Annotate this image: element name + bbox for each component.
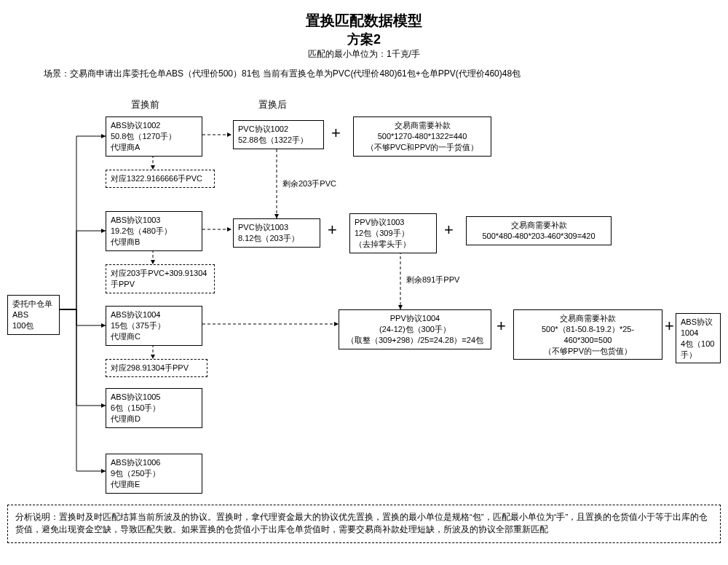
unit-line: 匹配的最小单位为：1千克/手 bbox=[7, 48, 721, 60]
r2b-l1: ABS协议1003 bbox=[111, 216, 160, 224]
row1-pay: 交易商需要补款 500*1270-480*1322=440 （不够PVC和PPV… bbox=[353, 116, 491, 157]
r2aB-l2: 12包（309手） bbox=[355, 229, 409, 237]
row2-before-note: 对应203手PVC+309.91304手PPV bbox=[106, 264, 215, 293]
col-header-after: 置换后 bbox=[258, 98, 287, 111]
row2-pay: 交易商需要补款 500*480-480*203-460*309=420 bbox=[466, 216, 612, 245]
r3bn: 对应298.91304手PPV bbox=[111, 363, 189, 372]
row3-before: ABS协议1004 15包（375手） 代理商C bbox=[106, 306, 202, 346]
analysis-note: 分析说明：置换时及时匹配结算当前所波及的协议。置换时，拿代理资金最大的协议优先置… bbox=[7, 505, 721, 543]
plus-icon: + bbox=[328, 221, 337, 240]
r3p-l1: 交易商需要补款 bbox=[560, 314, 616, 323]
source-l1: 委托中仓单ABS bbox=[12, 299, 52, 319]
r1a-l2: 52.88包（1322手） bbox=[238, 135, 308, 144]
r3e-l2: 4包（100手） bbox=[681, 339, 714, 359]
r1b-l2: 50.8包（1270手） bbox=[111, 132, 176, 141]
r4b-l2: 6包（150手） bbox=[111, 403, 160, 412]
row3-afterB: PPV协议1004 (24-12)包（300手） （取整（309+298）/25… bbox=[339, 309, 491, 349]
plus-icon: + bbox=[665, 317, 674, 336]
plus-icon: + bbox=[496, 317, 506, 336]
row2-before: ABS协议1003 19.2包（480手） 代理商B bbox=[106, 211, 202, 251]
r2bn: 对应203手PVC+309.91304手PPV bbox=[111, 269, 207, 288]
r1p-l1: 交易商需要补款 bbox=[395, 121, 451, 130]
r5b-l3: 代理商E bbox=[111, 480, 140, 489]
page-title: 置换匹配数据模型 bbox=[7, 11, 721, 31]
r2p-l1: 交易商需要补款 bbox=[511, 221, 567, 229]
r2aB-l3: （去掉零头手） bbox=[355, 240, 411, 248]
r3b-l3: 代理商C bbox=[111, 332, 141, 341]
r3p-l3: （不够PPV的一包货值） bbox=[544, 347, 632, 355]
r2b-l2: 19.2包（480手） bbox=[111, 226, 172, 235]
row3-pay: 交易商需要补款 500*（81-50.8-19.2）*25-460*300=50… bbox=[513, 309, 662, 360]
r4b-l3: 代理商D bbox=[111, 414, 141, 423]
r2aA-l1: PVC协议1003 bbox=[238, 223, 288, 232]
row2-afterA: PVC协议1003 8.12包（203手） bbox=[233, 218, 320, 248]
r2b-l3: 代理商B bbox=[111, 237, 140, 246]
r5b-l2: 9包（250手） bbox=[111, 469, 160, 478]
r4b-l1: ABS协议1005 bbox=[111, 392, 160, 401]
r1p-l3: （不够PVC和PPV的一手货值） bbox=[366, 143, 479, 151]
r3p-l2: 500*（81-50.8-19.2）*25-460*300=500 bbox=[542, 325, 634, 344]
row1-before-note: 对应1322.9166666手PVC bbox=[106, 170, 215, 188]
row1-before: ABS协议1002 50.8包（1270手） 代理商A bbox=[106, 116, 202, 157]
r5b-l1: ABS协议1006 bbox=[111, 458, 160, 467]
r3e-l1: ABS协议1004 bbox=[681, 317, 713, 337]
row1-after: PVC协议1002 52.88包（1322手） bbox=[233, 120, 324, 149]
r3aB-l3: （取整（309+298）/25=24.28）=24包 bbox=[347, 336, 483, 344]
r3b-l2: 15包（375手） bbox=[111, 321, 165, 330]
r3b-l1: ABS协议1004 bbox=[111, 310, 160, 319]
source-l2: 100包 bbox=[12, 321, 33, 330]
r1p-l2: 500*1270-480*1322=440 bbox=[378, 132, 467, 141]
r1a-l1: PVC协议1002 bbox=[238, 125, 288, 133]
col-header-before: 置换前 bbox=[131, 98, 159, 111]
flow-diagram: 置换前 置换后 委托中仓单ABS 100包 ABS协议1002 50.8包（12… bbox=[7, 91, 721, 499]
r2p-l2: 500*480-480*203-460*309=420 bbox=[482, 232, 595, 240]
row3-before-note: 对应298.91304手PPV bbox=[106, 359, 207, 377]
plus-icon: + bbox=[331, 124, 341, 143]
plus-icon: + bbox=[444, 221, 454, 240]
row5-before: ABS协议1006 9包（250手） 代理商E bbox=[106, 454, 202, 494]
row4-before: ABS协议1005 6包（150手） 代理商D bbox=[106, 388, 202, 428]
row2-afterB: PPV协议1003 12包（309手） （去掉零头手） bbox=[349, 213, 437, 253]
r1bn: 对应1322.9166666手PVC bbox=[111, 174, 202, 183]
row3-extra: ABS协议1004 4包（100手） bbox=[676, 313, 721, 363]
row1-flownote: 剩余203手PVC bbox=[282, 178, 336, 189]
r2aA-l2: 8.12包（203手） bbox=[238, 234, 299, 242]
r1b-l1: ABS协议1002 bbox=[111, 121, 160, 130]
row2-flownote: 剩余891手PPV bbox=[406, 274, 459, 285]
r1b-l3: 代理商A bbox=[111, 143, 140, 151]
r2aB-l1: PPV协议1003 bbox=[355, 218, 404, 226]
page-subtitle: 方案2 bbox=[7, 31, 721, 48]
source-box: 委托中仓单ABS 100包 bbox=[7, 295, 60, 335]
r3aB-l1: PPV协议1004 bbox=[390, 314, 440, 323]
scenario-text: 场景：交易商申请出库委托仓单ABS（代理价500）81包 当前有置换仓单为PVC… bbox=[44, 68, 721, 80]
r3aB-l2: (24-12)包（300手） bbox=[379, 325, 451, 333]
